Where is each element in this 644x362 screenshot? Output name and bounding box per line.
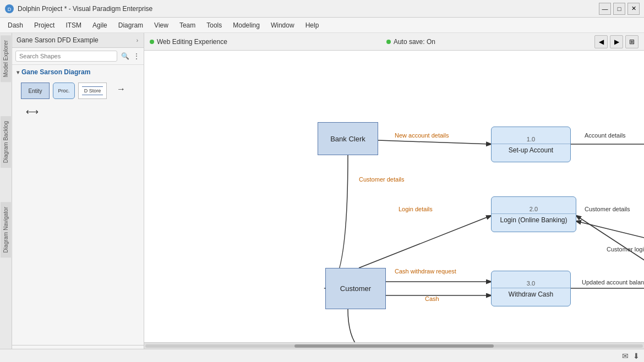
flow-customer-login-details: Customer login details xyxy=(607,246,644,253)
left-tab-panel: Model Explorer Diagram Backlog Diagram N… xyxy=(0,33,12,362)
menu-item-view[interactable]: View xyxy=(149,19,174,31)
flow-cash-1: Cash xyxy=(425,295,439,302)
svg-text:D: D xyxy=(8,7,12,12)
flow-login-details: Login details xyxy=(399,206,433,212)
flow-new-account-details: New account details xyxy=(395,132,449,139)
diagram-backlog-tab[interactable]: Diagram Backlog xyxy=(1,116,11,168)
shapes-section: ▾ Gane Sarson Diagram Entity Proc. D Sto… xyxy=(12,65,144,345)
shape-entity[interactable]: Entity xyxy=(21,83,50,99)
search-bar: 🔍 ⋮ xyxy=(12,48,144,65)
maximize-button[interactable]: □ xyxy=(613,3,625,15)
search-input[interactable] xyxy=(15,51,117,62)
entity-bank-clerk[interactable]: Bank Clerk xyxy=(318,122,378,155)
horizontal-scrollbar[interactable] xyxy=(144,342,644,349)
sidebar-header: Gane Sarson DFD Example › xyxy=(12,33,144,48)
forward-button[interactable]: ▶ xyxy=(610,35,623,48)
flow-customer-details-1: Customer details xyxy=(359,176,405,183)
section-title: Gane Sarson Diagram xyxy=(21,68,90,76)
menu-item-team[interactable]: Team xyxy=(174,19,201,31)
svg-line-8 xyxy=(576,221,644,249)
process-setup-account[interactable]: 1.0 Set-up Account xyxy=(491,127,571,162)
shape-datastore[interactable]: D Store xyxy=(78,83,107,99)
menu-item-project[interactable]: Project xyxy=(29,19,60,31)
mail-icon[interactable]: ✉ xyxy=(622,352,629,360)
process-withdraw[interactable]: 3.0 Withdraw Cash xyxy=(491,271,571,306)
autosave-icon xyxy=(386,40,391,44)
search-icon[interactable]: 🔍 xyxy=(119,51,130,62)
canvas-tab: Web Editing Experience xyxy=(150,38,227,46)
dolphin-icon: D xyxy=(4,4,14,14)
menu-item-dash[interactable]: Dash xyxy=(2,19,29,31)
canvas-area: Web Editing Experience Auto save: On ◀ ▶… xyxy=(144,33,644,362)
scrollbar-thumb[interactable] xyxy=(294,344,494,348)
collapse-arrow-icon: ▾ xyxy=(17,69,19,75)
section-header[interactable]: ▾ Gane Sarson Diagram xyxy=(17,68,139,76)
menu-item-tools[interactable]: Tools xyxy=(201,19,227,31)
process-login[interactable]: 2.0 Login (Online Banking) xyxy=(491,196,576,232)
close-button[interactable]: ✕ xyxy=(627,3,640,15)
process-2-name: Login (Online Banking) xyxy=(500,216,567,224)
canvas-tab-label: Web Editing Experience xyxy=(157,38,227,46)
process-2-id: 2.0 xyxy=(492,205,576,214)
shape-palette: Entity Proc. D Store → ⟷ xyxy=(17,80,139,122)
flow-cash-withdraw-request: Cash withdraw request xyxy=(395,268,456,275)
menu-item-diagram[interactable]: Diagram xyxy=(113,19,149,31)
process-1-id: 1.0 xyxy=(492,135,570,144)
title-bar: D Dolphin Project * - Visual Paradigm En… xyxy=(0,0,644,18)
back-button[interactable]: ◀ xyxy=(594,35,608,48)
diagram-canvas[interactable]: Bank Clerk Customer 1.0 Set-up Account 2… xyxy=(144,51,644,349)
sidebar: Gane Sarson DFD Example › 🔍 ⋮ ▾ Gane Sar… xyxy=(12,33,144,362)
scrollbar-track xyxy=(145,344,643,348)
more-options-icon[interactable]: ⋮ xyxy=(133,52,140,61)
menu-bar: DashProjectITSMAgileDiagramViewTeamTools… xyxy=(0,18,644,33)
entity-customer[interactable]: Customer xyxy=(325,268,386,309)
entity-bank-clerk-label: Bank Clerk xyxy=(330,135,365,143)
entity-customer-label: Customer xyxy=(340,284,371,293)
process-3-id: 3.0 xyxy=(492,279,570,288)
menu-item-help[interactable]: Help xyxy=(300,19,325,31)
shape-arrow2[interactable]: ⟷ xyxy=(21,105,43,118)
menu-item-modeling[interactable]: Modeling xyxy=(227,19,265,31)
panel-button[interactable]: ⊞ xyxy=(625,35,638,48)
shape-arrow[interactable]: → xyxy=(110,83,132,96)
process-3-name: Withdraw Cash xyxy=(509,290,553,298)
active-indicator xyxy=(150,40,154,44)
flow-customer-details-2: Customer details xyxy=(585,206,630,212)
main-layout: Model Explorer Diagram Backlog Diagram N… xyxy=(0,33,644,362)
svg-line-6 xyxy=(576,216,644,275)
breadcrumb: Gane Sarson DFD Example xyxy=(17,36,135,44)
bottom-bar: ✉ ⬇ xyxy=(0,349,644,362)
flow-updated-balance-1: Updated account balance xyxy=(582,279,644,286)
menu-item-window[interactable]: Window xyxy=(265,19,300,31)
autosave-status: Auto save: On xyxy=(386,38,435,46)
autosave-label: Auto save: On xyxy=(394,38,435,46)
shape-process[interactable]: Proc. xyxy=(53,83,75,99)
model-explorer-tab[interactable]: Model Explorer xyxy=(1,35,11,82)
svg-line-5 xyxy=(359,216,491,268)
menu-item-itsm[interactable]: ITSM xyxy=(60,19,87,31)
window-title: Dolphin Project * - Visual Paradigm Ente… xyxy=(18,5,599,13)
process-1-name: Set-up Account xyxy=(509,146,553,154)
download-icon[interactable]: ⬇ xyxy=(633,352,640,360)
menu-item-agile[interactable]: Agile xyxy=(87,19,113,31)
flow-account-details: Account details xyxy=(585,132,626,139)
svg-line-2 xyxy=(378,140,491,144)
canvas-toolbar: Web Editing Experience Auto save: On ◀ ▶… xyxy=(144,33,644,51)
diagram-navigator-tab[interactable]: Diagram Navigator xyxy=(1,202,11,257)
minimize-button[interactable]: — xyxy=(599,3,611,15)
nav-forward-icon[interactable]: › xyxy=(137,37,138,43)
